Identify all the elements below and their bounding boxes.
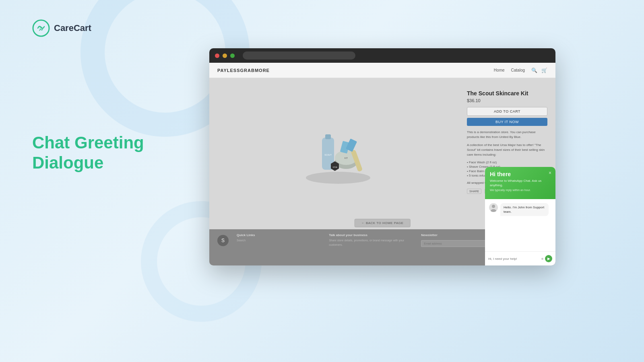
nav-home[interactable]: Home <box>494 68 505 72</box>
browser-chrome <box>209 48 555 63</box>
product-image-area: SCOUT KIT URSA <box>217 86 459 221</box>
svg-point-14 <box>492 205 495 208</box>
quick-links-search[interactable]: Search <box>237 239 321 243</box>
share-button[interactable]: SHARE <box>467 189 481 194</box>
svg-text:URSA: URSA <box>332 166 337 168</box>
business-title: Talk about your business <box>329 233 413 237</box>
quick-links-title: Quick Links <box>237 233 321 237</box>
chat-close-button[interactable]: × <box>549 170 551 176</box>
svg-text:KIT: KIT <box>345 157 348 159</box>
chat-greeting-title: Hi there <box>490 171 551 177</box>
svg-point-15 <box>491 209 496 212</box>
svg-text:SCOUT: SCOUT <box>324 154 332 156</box>
chat-welcome-text: Welcome to WhatsApp Chat. Ask us anythin… <box>490 179 551 187</box>
add-to-cart-button[interactable]: ADD TO CART <box>467 107 547 116</box>
store-page: PAYLESSGRABMORE Home Catalog 🔍 🛒 <box>209 63 555 265</box>
footer-business: Talk about your business Share store det… <box>329 233 413 247</box>
avatar-icon <box>489 203 498 212</box>
heading-line1: Chat Greeting <box>32 133 144 153</box>
shopify-icon: S <box>217 235 229 246</box>
chat-message-input[interactable] <box>488 257 540 261</box>
chat-attachment-dot <box>541 258 543 260</box>
product-description2: A collection of the best Ursa Major has … <box>467 143 547 157</box>
product-svg: SCOUT KIT URSA <box>298 117 378 190</box>
agent-message: Hello. I'm John from Support team. <box>500 203 549 216</box>
product-title: The Scout Skincare Kit <box>467 90 547 97</box>
svg-point-2 <box>306 172 370 184</box>
product-description: This is a demonstration store. You can p… <box>467 130 547 140</box>
product-image: SCOUT KIT URSA <box>298 117 378 190</box>
chat-body: Hello. I'm John from Support team. <box>485 199 555 251</box>
buy-now-button[interactable]: BUY IT NOW <box>467 118 547 126</box>
window-close-dot[interactable] <box>215 53 219 58</box>
cart-icon[interactable]: 🛒 <box>541 68 547 73</box>
store-nav-icons: 🔍 🛒 <box>531 68 547 73</box>
store-brand: PAYLESSGRABMORE <box>217 68 270 73</box>
chat-agent-row: Hello. I'm John from Support team. <box>489 203 551 216</box>
url-bar[interactable] <box>243 51 355 60</box>
heading-line2: Dialogue <box>32 153 144 173</box>
chat-input-area[interactable]: ▶ <box>485 251 555 265</box>
svg-point-1 <box>39 27 43 30</box>
left-panel: Chat Greeting Dialogue <box>32 133 144 173</box>
footer-quick-links: Quick Links Search <box>237 233 321 243</box>
svg-rect-4 <box>325 134 331 139</box>
carecart-logo-icon <box>32 19 50 37</box>
business-text: Share store details, promotions, or bran… <box>329 239 413 247</box>
nav-catalog[interactable]: Catalog <box>511 68 525 72</box>
browser-window: PAYLESSGRABMORE Home Catalog 🔍 🛒 <box>209 48 555 265</box>
logo-text: CareCart <box>54 23 91 33</box>
chat-send-button[interactable]: ▶ <box>545 255 552 262</box>
product-price: $36.10 <box>467 98 547 103</box>
window-maximize-dot[interactable] <box>230 53 235 58</box>
feature-1: Face Wash (2 fl oz) <box>467 160 547 164</box>
chat-widget: × Hi there Welcome to WhatsApp Chat. Ask… <box>485 167 555 265</box>
search-icon[interactable]: 🔍 <box>531 68 537 73</box>
store-nav: PAYLESSGRABMORE Home Catalog 🔍 🛒 <box>209 63 555 78</box>
chat-reply-time: We typically reply within an hour. <box>490 189 551 191</box>
agent-avatar <box>489 203 498 212</box>
window-minimize-dot[interactable] <box>223 53 227 58</box>
logo-area: CareCart <box>32 19 91 37</box>
back-home-button[interactable]: ← BACK TO HOME PAGE <box>355 219 411 227</box>
store-nav-links: Home Catalog <box>494 68 525 72</box>
chat-greeting-bubble: × Hi there Welcome to WhatsApp Chat. Ask… <box>485 167 555 199</box>
